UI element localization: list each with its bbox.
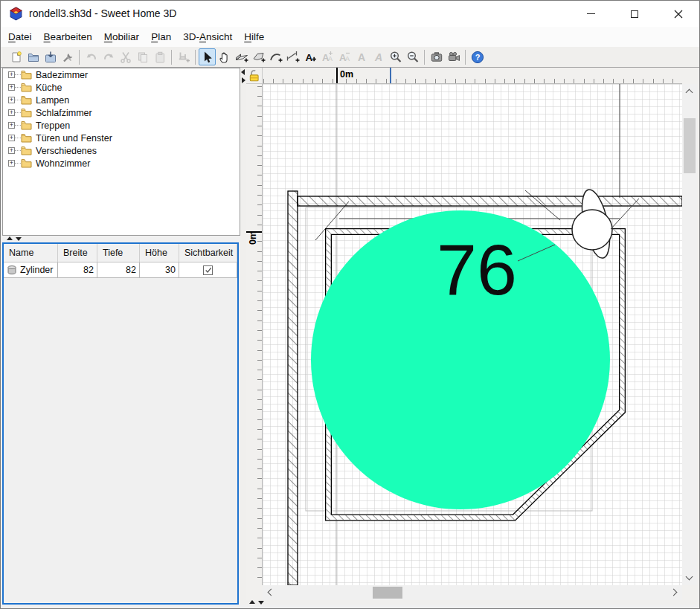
- outer-wall-left[interactable]: [288, 191, 298, 585]
- column-header-tiefe[interactable]: Tiefe: [97, 244, 140, 262]
- close-button[interactable]: [661, 1, 696, 27]
- catalog-item-schlafzimmer[interactable]: +Schlafzimmer: [3, 106, 240, 119]
- collapse-right-icon[interactable]: [242, 77, 245, 83]
- preferences-button[interactable]: [59, 48, 76, 65]
- catalog-item-wohnzimmer[interactable]: +Wohnzimmer: [3, 157, 240, 170]
- collapse-down-icon[interactable]: [16, 237, 22, 241]
- vertical-splitter[interactable]: [240, 68, 246, 605]
- column-header-breite[interactable]: Breite: [58, 244, 97, 262]
- menu-bearbeiten[interactable]: Bearbeiten: [38, 27, 98, 47]
- add-furniture-icon: [177, 51, 190, 64]
- bold-button[interactable]: A: [353, 48, 370, 65]
- minimize-button[interactable]: [574, 1, 608, 27]
- tree-connector: [15, 100, 21, 100]
- expand-icon[interactable]: +: [8, 135, 15, 141]
- expand-icon[interactable]: +: [8, 71, 15, 78]
- vertical-scrollbar-thumb[interactable]: [684, 118, 696, 173]
- scroll-right-icon[interactable]: [670, 589, 678, 596]
- italic-button[interactable]: A: [370, 48, 387, 65]
- plan-3d-splitter[interactable]: [246, 600, 700, 605]
- redo-button[interactable]: [100, 48, 117, 65]
- create-rooms-button[interactable]: [250, 48, 267, 65]
- expand-icon[interactable]: +: [8, 84, 15, 91]
- title-bar[interactable]: rondell3.sh3d - Sweet Home 3D: [1, 1, 699, 27]
- add-text-button[interactable]: A: [301, 48, 318, 65]
- expand-icon[interactable]: +: [8, 122, 15, 129]
- menu-plan[interactable]: Plan: [145, 27, 177, 47]
- menu-hilfe[interactable]: Hilfe: [238, 27, 270, 47]
- catalog-item-treppen[interactable]: +Treppen: [3, 119, 240, 132]
- furniture-catalog-tree: +Badezimmer+Küche+Lampen+Schlafzimmer+Tr…: [2, 68, 240, 236]
- menu-3d-ansicht[interactable]: 3D-Ansicht: [177, 27, 238, 47]
- expand-icon[interactable]: +: [8, 160, 15, 167]
- window-title: rondell3.sh3d - Sweet Home 3D: [29, 1, 176, 27]
- cut-button[interactable]: [117, 48, 134, 65]
- maximize-icon: [631, 10, 638, 18]
- catalog-item-badezimmer[interactable]: +Badezimmer: [3, 68, 240, 81]
- select-icon: [201, 51, 214, 64]
- expand-icon[interactable]: +: [8, 109, 15, 116]
- collapse-up-icon[interactable]: [7, 236, 13, 240]
- furniture-row-zylinder[interactable]: Zylinder828230: [4, 262, 237, 278]
- expand-icon[interactable]: +: [8, 97, 15, 103]
- folder-icon: [21, 95, 32, 105]
- catalog-item-verschiedenes[interactable]: +Verschiedenes: [3, 144, 240, 157]
- create-polylines-button[interactable]: [267, 48, 284, 65]
- horizontal-scrollbar[interactable]: [263, 585, 682, 600]
- open-document-button[interactable]: [25, 48, 42, 65]
- catalog-item-t-ren-und-fenster[interactable]: +Türen und Fenster: [3, 132, 240, 144]
- copy-button[interactable]: [134, 48, 151, 65]
- create-dimensions-button[interactable]: [284, 48, 301, 65]
- paste-icon: [153, 51, 167, 64]
- collapse-left-icon[interactable]: [241, 69, 245, 75]
- photo-button[interactable]: [428, 48, 445, 65]
- copy-icon: [136, 51, 150, 64]
- create-walls-button[interactable]: [233, 48, 250, 65]
- add-text-icon: A: [304, 51, 317, 64]
- decrease-text-size-button[interactable]: AA: [335, 48, 353, 65]
- help-button[interactable]: ?: [469, 48, 486, 65]
- cell-name: Zylinder: [4, 262, 58, 278]
- outer-wall-top[interactable]: [298, 196, 682, 206]
- undo-icon: [85, 51, 98, 64]
- zoom-in-icon: [389, 51, 402, 64]
- column-header-h-he[interactable]: Höhe: [140, 244, 179, 262]
- menu-datei[interactable]: Datei: [2, 27, 38, 47]
- video-icon: [447, 51, 460, 64]
- new-document-button[interactable]: [7, 48, 25, 65]
- folder-icon: [21, 120, 32, 130]
- zoom-in-button[interactable]: [387, 48, 404, 65]
- zoom-out-button[interactable]: [404, 48, 421, 65]
- paste-button[interactable]: [151, 48, 168, 65]
- check-icon: [205, 266, 212, 274]
- column-header-sichtbarkeit[interactable]: Sichtbarkeit: [179, 244, 237, 262]
- scroll-left-icon[interactable]: [268, 589, 275, 596]
- visibility-checkbox[interactable]: [203, 265, 213, 275]
- create-polylines-icon: [269, 51, 283, 64]
- video-button[interactable]: [445, 48, 462, 65]
- open-document-icon: [27, 51, 40, 64]
- decrease-text-size-icon: AA: [338, 51, 351, 64]
- vertical-scrollbar[interactable]: [682, 84, 697, 585]
- horizontal-scrollbar-thumb[interactable]: [373, 587, 402, 599]
- catalog-table-splitter[interactable]: [1, 236, 240, 242]
- save-document-button[interactable]: [42, 48, 59, 65]
- collapse-down-icon[interactable]: [258, 601, 264, 605]
- undo-button[interactable]: [83, 48, 100, 65]
- catalog-item-lampen[interactable]: +Lampen: [3, 94, 240, 106]
- collapse-up-icon[interactable]: [249, 600, 255, 604]
- select-button[interactable]: [199, 48, 216, 65]
- catalog-item-k-che[interactable]: +Küche: [3, 81, 240, 94]
- scroll-down-icon[interactable]: [686, 573, 693, 581]
- increase-text-size-button[interactable]: AA: [318, 48, 335, 65]
- pan-button[interactable]: [216, 48, 233, 65]
- expand-icon[interactable]: +: [8, 147, 15, 154]
- column-header-name[interactable]: Name: [4, 244, 58, 262]
- scroll-up-icon[interactable]: [686, 89, 693, 97]
- menu-mobiliar[interactable]: Mobiliar: [98, 27, 145, 47]
- add-furniture-button[interactable]: [175, 48, 192, 65]
- furniture-list-panel: NameBreiteTiefeHöheSichtbarkeit Zylinder…: [2, 242, 239, 605]
- create-rooms-icon: [252, 51, 266, 64]
- maximize-button[interactable]: [617, 1, 652, 27]
- plan-canvas[interactable]: 76: [263, 84, 682, 585]
